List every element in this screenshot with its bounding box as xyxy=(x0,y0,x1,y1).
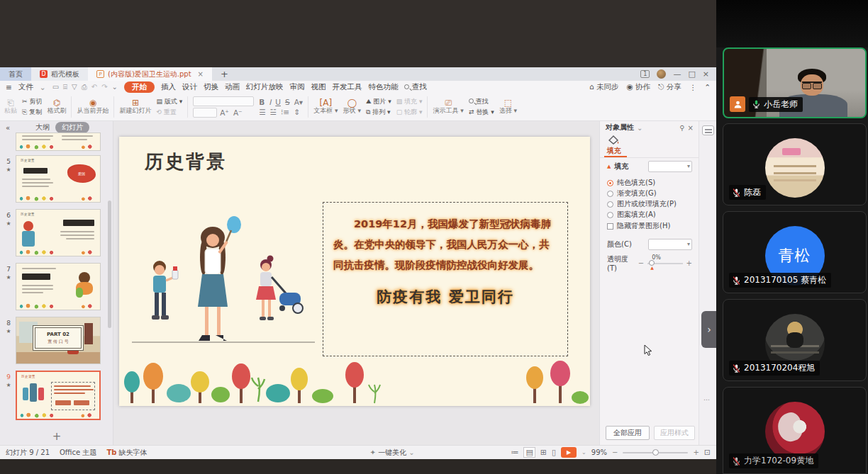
shape-button[interactable]: ◯形状 ▾ xyxy=(343,98,361,115)
zoom-slider[interactable] xyxy=(623,452,688,453)
menu-start[interactable]: 开始 xyxy=(124,81,155,93)
fill-style-dropdown[interactable] xyxy=(648,161,692,172)
apply-style-button[interactable]: 应用样式 xyxy=(654,426,695,440)
transparency-plus-icon[interactable]: + xyxy=(686,259,692,267)
bullets-icon[interactable]: ⁝≡ xyxy=(281,108,289,116)
animation-pane-icon[interactable] xyxy=(702,125,714,135)
select-button[interactable]: ⬚选择 ▾ xyxy=(499,98,517,115)
tab-document[interactable]: P (内容版)爱国卫生运动.ppt × xyxy=(88,67,212,81)
slide-title[interactable]: 历史背景 xyxy=(145,149,227,174)
tab-home[interactable]: 首页 xyxy=(0,67,31,81)
undo-icon[interactable]: ↶ xyxy=(91,83,97,91)
picture-button[interactable]: ⛰ 图片 ▾ xyxy=(366,97,391,106)
bold-button[interactable]: B xyxy=(259,98,265,106)
pin-icon[interactable]: ⚲ xyxy=(679,124,684,132)
participant-tile-huangdi[interactable]: 力学1702-09黄地 xyxy=(723,387,867,474)
thumbnail-slide-6[interactable]: 历史背景 xyxy=(16,209,101,256)
slide-sorter-icon[interactable]: ⊞ xyxy=(540,448,547,457)
collaborate-button[interactable]: ◉ 协作 xyxy=(627,82,651,92)
tab-slides[interactable]: 幻灯片 xyxy=(55,122,89,133)
maximize-button[interactable]: □ xyxy=(688,69,695,79)
new-file-icon[interactable]: ▭ xyxy=(52,83,59,91)
tab-outline[interactable]: 大纲 xyxy=(35,123,50,132)
menu-devtools[interactable]: 开发工具 xyxy=(332,82,362,92)
thumbnail-slide-9-selected[interactable]: 历史背景 xyxy=(16,371,101,420)
italic-button[interactable]: I xyxy=(269,98,271,106)
thumbnail-slide-8[interactable]: PART 02 宣 传 口 号 xyxy=(16,317,101,364)
radio-pattern-fill[interactable]: 图案填充(A) xyxy=(607,210,656,220)
new-tab-button[interactable]: + xyxy=(212,67,237,81)
participant-tile-caiqingsong[interactable]: 青松 2013170105 蔡青松 xyxy=(723,211,867,293)
fill-button[interactable]: ▨ 填充 ▾ xyxy=(396,97,423,106)
font-name-combobox[interactable] xyxy=(193,96,254,106)
strip-more-icon[interactable]: ⋯ xyxy=(703,396,710,403)
file-dropdown-icon[interactable]: ⌄ xyxy=(40,83,46,91)
zoom-out-icon[interactable]: − xyxy=(612,448,618,456)
reset-button[interactable]: ⟲ 重置 xyxy=(156,108,182,117)
thumbnail-scrollbar[interactable] xyxy=(108,201,111,328)
menu-transition[interactable]: 切换 xyxy=(204,82,218,92)
font-color-icon[interactable]: A▾ xyxy=(294,98,303,106)
open-icon[interactable]: ⌸ xyxy=(63,83,67,91)
menu-features[interactable]: 特色功能 xyxy=(368,82,398,92)
menu-animation[interactable]: 动画 xyxy=(225,82,240,92)
strikethrough-button[interactable]: S xyxy=(285,98,290,106)
minimize-button[interactable]: — xyxy=(673,69,681,79)
beautify-button[interactable]: ✦ 一键美化 ⌄ xyxy=(370,448,415,458)
zoom-level[interactable]: 99% xyxy=(591,448,607,456)
menu-file[interactable]: 文件 xyxy=(18,82,33,92)
close-button[interactable]: × xyxy=(703,69,709,79)
participant-tile-chengxu[interactable]: 2013170204程旭 xyxy=(723,299,867,381)
play-options-icon[interactable]: ⌄ xyxy=(582,449,586,456)
thumbnail-slide-4-partial[interactable] xyxy=(16,132,101,151)
print-icon[interactable]: ⎙ xyxy=(82,83,87,91)
align-left-icon[interactable]: ☰ xyxy=(259,108,265,116)
sync-status[interactable]: ⌂ 未同步 xyxy=(589,82,619,92)
present-tools-button[interactable]: ⎚演示工具 ▾ xyxy=(433,98,463,115)
tab-docer[interactable]: D 稻壳模板 xyxy=(31,67,88,81)
find-button[interactable]: 查找 xyxy=(469,97,494,106)
font-size-combobox[interactable] xyxy=(193,108,217,118)
tab-close-icon[interactable]: × xyxy=(198,70,204,78)
new-slide-button[interactable]: ⊞新建幻灯片 xyxy=(119,98,151,115)
menu-review[interactable]: 审阅 xyxy=(289,82,304,92)
play-from-current-button[interactable]: ◉从当前开始 xyxy=(77,98,108,115)
fit-to-window-icon[interactable]: ⊡ xyxy=(704,448,711,457)
menu-design[interactable]: 设计 xyxy=(182,82,197,92)
share-button[interactable]: ⎋ 分享 xyxy=(658,82,681,92)
menu-slideshow[interactable]: 幻灯片放映 xyxy=(246,82,284,92)
menu-view[interactable]: 视图 xyxy=(311,82,326,92)
apply-all-button[interactable]: 全部应用 xyxy=(606,426,650,440)
format-painter-button[interactable]: ⌬格式刷 xyxy=(47,98,66,115)
section-collapse-icon[interactable]: ▲ xyxy=(607,164,611,169)
align-center-icon[interactable]: ☱ xyxy=(270,108,277,116)
arrange-button[interactable]: ⧉ 排列 ▾ xyxy=(366,108,391,117)
shrink-font-icon[interactable]: A⁻ xyxy=(233,108,243,117)
fill-bucket-icon[interactable] xyxy=(608,135,620,145)
zoom-slider-handle[interactable] xyxy=(652,449,659,456)
textbox-button[interactable]: [A]文本框 ▾ xyxy=(313,98,338,115)
panel-close-icon[interactable]: × xyxy=(688,124,694,132)
radio-picture-fill[interactable]: 图片或纹理填充(P) xyxy=(607,199,677,209)
line-spacing-icon[interactable]: ⇕ xyxy=(294,108,300,116)
cut-button[interactable]: ✂ 剪切 xyxy=(22,97,42,106)
radio-solid-fill[interactable]: 纯色填充(S) xyxy=(607,178,655,188)
layout-button[interactable]: ▤ 版式 ▾ xyxy=(156,97,182,106)
radio-gradient-fill[interactable]: 渐变填充(G) xyxy=(607,188,657,198)
transparency-slider[interactable]: 0% ▲ xyxy=(647,263,682,264)
menu-search[interactable]: 查找 xyxy=(404,82,426,92)
thumbnail-slide-5[interactable]: 历史背景 爱国 xyxy=(16,155,101,203)
theme-name[interactable]: Office 主题 xyxy=(60,448,96,458)
tab-fill[interactable]: 填充 xyxy=(607,146,621,156)
quick-more-icon[interactable]: ⌄ xyxy=(112,83,118,91)
properties-dropdown-icon[interactable]: ⌄ xyxy=(637,124,642,132)
redo-icon[interactable]: ↷ xyxy=(101,83,107,91)
slide-text-box[interactable]: 2019年12月，我国爆发了新型冠状病毒肺炎。在党中央的领导下，我国人民万众一心… xyxy=(323,202,568,356)
checkbox-hide-background[interactable]: 隐藏背景图形(H) xyxy=(607,221,670,231)
grow-font-icon[interactable]: A⁺ xyxy=(220,108,229,117)
zoom-in-icon[interactable]: + xyxy=(693,448,699,456)
slideshow-play-button[interactable]: ▶ xyxy=(561,447,577,458)
underline-button[interactable]: U xyxy=(275,98,281,106)
more-icon[interactable]: ⋮ xyxy=(689,83,697,91)
color-dropdown[interactable] xyxy=(648,239,692,250)
